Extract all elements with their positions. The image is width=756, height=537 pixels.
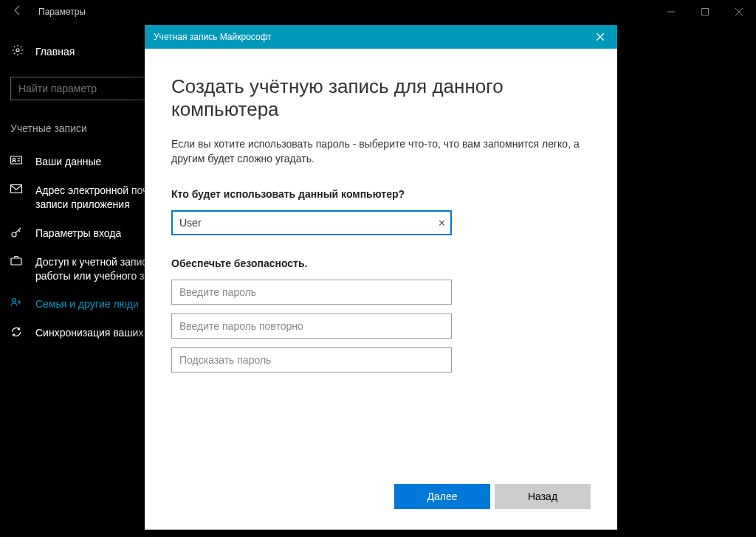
- username-field-wrap: ✕: [171, 210, 452, 235]
- home-label: Главная: [35, 46, 75, 58]
- person-card-icon: [10, 155, 25, 167]
- minimize-button[interactable]: [654, 0, 688, 24]
- sidebar-item-label: Параметры входа: [35, 226, 121, 240]
- dialog-heading: Создать учётную запись для данного компь…: [171, 75, 591, 121]
- password-field-wrap: [171, 280, 452, 305]
- close-button[interactable]: [722, 0, 756, 24]
- dialog-titlebar: Учетная запись Майкрософт: [145, 25, 617, 49]
- people-add-icon: [10, 297, 25, 310]
- back-button[interactable]: [9, 4, 27, 19]
- password-confirm-input[interactable]: [171, 313, 452, 339]
- dialog-close-button[interactable]: [583, 25, 617, 49]
- gear-icon: [10, 44, 25, 59]
- password-input[interactable]: [171, 280, 452, 305]
- create-account-dialog: Учетная запись Майкрософт Создать учётну…: [145, 25, 617, 530]
- mail-icon: [10, 184, 25, 195]
- dialog-footer: Далее Назад: [145, 471, 617, 530]
- svg-point-4: [16, 49, 19, 52]
- svg-point-14: [13, 299, 16, 302]
- briefcase-icon: [10, 255, 25, 268]
- password-hint-field-wrap: [171, 347, 452, 373]
- svg-point-8: [13, 158, 15, 160]
- clear-input-icon[interactable]: ✕: [438, 218, 446, 229]
- sync-icon: [10, 326, 25, 340]
- sidebar-item-label: Семья и другие люди: [35, 297, 139, 311]
- search-input[interactable]: [18, 83, 151, 94]
- svg-rect-7: [11, 156, 22, 164]
- security-label: Обеспечьте безопасность.: [171, 257, 591, 269]
- window-titlebar: Параметры: [0, 0, 756, 24]
- password-hint-input[interactable]: [171, 347, 452, 373]
- back-button[interactable]: Назад: [495, 484, 591, 509]
- svg-rect-1: [702, 9, 709, 15]
- dialog-title: Учетная запись Майкрософт: [154, 32, 583, 42]
- password-confirm-field-wrap: [171, 313, 452, 339]
- sidebar-item-label: Ваши данные: [35, 155, 101, 169]
- svg-point-12: [12, 232, 16, 237]
- maximize-button[interactable]: [688, 0, 722, 24]
- username-label: Кто будет использовать данный компьютер?: [171, 188, 591, 200]
- dialog-description: Если вы хотите использовать пароль - выб…: [171, 137, 591, 166]
- key-icon: [10, 226, 25, 240]
- svg-rect-13: [11, 258, 21, 265]
- username-input[interactable]: [171, 210, 452, 235]
- window-title: Параметры: [38, 7, 654, 17]
- next-button[interactable]: Далее: [394, 484, 490, 509]
